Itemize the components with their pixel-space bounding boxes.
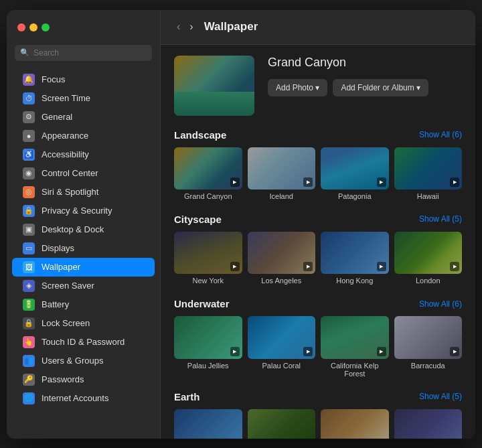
show-all-cityscape[interactable]: Show All (5) — [419, 214, 462, 224]
sidebar-item-label-screen-saver: Screen Saver — [42, 281, 94, 291]
close-button[interactable] — [17, 23, 25, 31]
show-all-landscape[interactable]: Show All (6) — [419, 130, 462, 139]
sidebar-item-desktop-dock[interactable]: ▣Desktop & Dock — [12, 220, 155, 239]
categories-container: LandscapeShow All (6)▶Grand Canyon▶Icela… — [174, 129, 462, 439]
sidebar: 🔍 🔔Focus⏱Screen Time⚙General●Appearance♿… — [7, 10, 161, 439]
list-item: ▶Hong Kong — [321, 232, 389, 285]
wallpaper-thumb-hawaii[interactable]: ▶ — [394, 147, 463, 190]
sidebar-item-label-internet-accounts: Internet Accounts — [42, 393, 108, 403]
sidebar-item-control-center[interactable]: ◉Control Center — [12, 164, 155, 183]
wallpaper-thumb-barracuda[interactable]: ▶ — [394, 316, 463, 358]
minimize-button[interactable] — [29, 23, 37, 31]
wallpaper-thumb-los-angeles[interactable]: ▶ — [248, 232, 316, 274]
play-icon: ▶ — [377, 347, 386, 356]
sidebar-item-accessibility[interactable]: ♿Accessibility — [12, 145, 155, 164]
sidebar-item-touch-id[interactable]: 👆Touch ID & Password — [12, 333, 155, 352]
play-icon: ▶ — [303, 177, 313, 187]
sidebar-item-label-desktop-dock: Desktop & Dock — [42, 224, 104, 234]
wallpaper-thumb-[interactable]: ▶ — [248, 409, 316, 439]
maximize-button[interactable] — [42, 23, 50, 31]
sidebar-item-label-general: General — [42, 112, 72, 122]
wallpaper-thumb-palau-jellies[interactable]: ▶ — [174, 316, 242, 358]
current-wallpaper-preview — [174, 56, 254, 116]
category-header-cityscape: CityscapeShow All (5) — [174, 214, 462, 225]
sidebar-item-label-appearance: Appearance — [42, 131, 88, 141]
accessibility-icon: ♿ — [23, 149, 35, 161]
internet-accounts-icon: 🌐 — [23, 392, 35, 404]
add-folder-button[interactable]: Add Folder or Album ▾ — [333, 79, 428, 96]
sidebar-item-passwords[interactable]: 🔑Passwords — [12, 370, 155, 389]
add-photo-button[interactable]: Add Photo ▾ — [268, 79, 327, 96]
sidebar-item-battery[interactable]: 🔋Battery — [12, 295, 155, 314]
sidebar-item-label-control-center: Control Center — [42, 168, 98, 178]
category-landscape: LandscapeShow All (6)▶Grand Canyon▶Icela… — [174, 129, 462, 200]
sidebar-item-label-battery: Battery — [42, 299, 69, 309]
wallpaper-thumb-[interactable]: ▶ — [321, 409, 389, 439]
sidebar-item-displays[interactable]: ▭Displays — [12, 239, 155, 258]
page-title: Wallpaper — [204, 20, 258, 33]
list-item: ▶ — [321, 409, 389, 439]
wallpaper-label: Grand Canyon — [174, 192, 242, 200]
wallpaper-label: New York — [174, 277, 242, 285]
general-icon: ⚙ — [23, 111, 35, 123]
list-item: ▶Patagonia — [321, 147, 389, 200]
sidebar-item-screen-time[interactable]: ⏱Screen Time — [12, 89, 155, 108]
wallpaper-label: Patagonia — [321, 192, 389, 200]
screen-time-icon: ⏱ — [23, 92, 35, 104]
forward-arrow[interactable]: › — [187, 19, 195, 34]
wallpaper-thumb-patagonia[interactable]: ▶ — [321, 147, 389, 190]
sidebar-item-wallpaper[interactable]: 🖼Wallpaper — [12, 258, 155, 277]
back-arrow[interactable]: ‹ — [174, 19, 183, 34]
category-cityscape: CityscapeShow All (5)▶New York▶Los Angel… — [174, 214, 462, 285]
show-all-underwater[interactable]: Show All (6) — [419, 299, 462, 309]
sidebar-item-appearance[interactable]: ●Appearance — [12, 127, 155, 145]
search-input[interactable] — [33, 48, 147, 58]
system-preferences-window: 🔍 🔔Focus⏱Screen Time⚙General●Appearance♿… — [7, 10, 475, 439]
wallpaper-label: Hawaii — [394, 192, 463, 200]
category-title-underwater: Underwater — [174, 298, 230, 309]
search-icon: 🔍 — [20, 48, 29, 57]
search-bar[interactable]: 🔍 — [15, 45, 152, 61]
battery-icon: 🔋 — [23, 299, 35, 311]
lock-screen-icon: 🔒 — [23, 317, 35, 329]
sidebar-item-siri-spotlight[interactable]: ◎Siri & Spotlight — [12, 183, 155, 202]
wallpaper-label: Hong Kong — [321, 277, 389, 285]
wallpaper-thumb-[interactable]: ▶ — [174, 409, 242, 439]
sidebar-item-screen-saver[interactable]: ◈Screen Saver — [12, 277, 155, 295]
sidebar-item-users-groups[interactable]: 👥Users & Groups — [12, 352, 155, 370]
play-icon: ▶ — [377, 177, 386, 187]
main-header: ‹ › Wallpaper — [161, 10, 475, 45]
appearance-icon: ● — [23, 130, 35, 142]
privacy-security-icon: 🔒 — [23, 205, 35, 217]
sidebar-item-lock-screen[interactable]: 🔒Lock Screen — [12, 314, 155, 333]
wallpaper-grid-underwater: ▶Palau Jellies▶Palau Coral▶California Ke… — [174, 316, 462, 377]
sidebar-item-privacy-security[interactable]: 🔒Privacy & Security — [12, 202, 155, 220]
wallpaper-label: California Kelp Forest — [321, 362, 389, 378]
siri-spotlight-icon: ◎ — [23, 186, 35, 198]
list-item: ▶Barracuda — [394, 316, 463, 377]
show-all-earth[interactable]: Show All (5) — [419, 392, 462, 401]
wallpaper-thumb-iceland[interactable]: ▶ — [248, 147, 316, 190]
category-title-earth: Earth — [174, 391, 199, 402]
list-item: ▶Hawaii — [394, 147, 463, 200]
sidebar-item-label-wallpaper: Wallpaper — [42, 262, 80, 272]
wallpaper-thumb-london[interactable]: ▶ — [394, 232, 463, 274]
wallpaper-label: Barracuda — [394, 362, 463, 370]
list-item: ▶Palau Jellies — [174, 316, 242, 377]
passwords-icon: 🔑 — [23, 374, 35, 386]
sidebar-item-internet-accounts[interactable]: 🌐Internet Accounts — [12, 389, 155, 408]
category-header-landscape: LandscapeShow All (6) — [174, 129, 462, 141]
wallpaper-thumb-grand-canyon[interactable]: ▶ — [174, 147, 242, 190]
wallpaper-thumb-palau-coral[interactable]: ▶ — [248, 316, 316, 358]
sidebar-item-focus[interactable]: 🔔Focus — [12, 70, 155, 89]
main-panel: ‹ › Wallpaper Grand Canyon Add Photo ▾ A… — [161, 10, 475, 439]
sidebar-item-label-lock-screen: Lock Screen — [42, 318, 90, 328]
sidebar-item-label-touch-id: Touch ID & Password — [42, 337, 125, 347]
sidebar-item-general[interactable]: ⚙General — [12, 108, 155, 127]
preview-buttons: Add Photo ▾ Add Folder or Album ▾ — [268, 79, 462, 96]
wallpaper-thumb-[interactable]: ▶ — [394, 409, 463, 439]
wallpaper-thumb-hong-kong[interactable]: ▶ — [321, 232, 389, 274]
sidebar-item-label-focus: Focus — [42, 74, 65, 84]
wallpaper-thumb-california-kelp-forest[interactable]: ▶ — [321, 316, 389, 358]
wallpaper-thumb-new-york[interactable]: ▶ — [174, 232, 242, 274]
